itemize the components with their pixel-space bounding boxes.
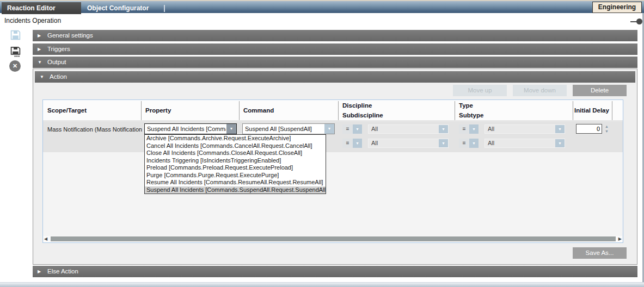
chevron-down-icon[interactable]: ▼ — [469, 139, 479, 148]
tab-reaction-editor[interactable]: Reaction Editor — [2, 2, 81, 14]
section-label: Action — [50, 71, 67, 83]
scroll-right-icon[interactable]: ▶ — [618, 237, 622, 241]
column-separator — [573, 101, 573, 120]
section-general-settings[interactable]: ▶ General settings — [33, 30, 637, 41]
subtype-combobox[interactable]: All ▼ — [484, 139, 565, 148]
column-separator — [239, 101, 240, 120]
tab-separator — [164, 5, 165, 12]
initial-delay-input[interactable] — [576, 124, 602, 134]
chevron-down-icon[interactable]: ▼ — [353, 124, 362, 134]
chevron-right-icon: ▶ — [38, 30, 41, 41]
delete-button[interactable]: Delete — [573, 85, 627, 96]
chevron-down-icon[interactable]: ▼ — [439, 139, 448, 147]
section-label: Output — [47, 57, 66, 68]
dropdown-option-selected[interactable]: Suspend All Incidents [Commands.SuspendA… — [145, 186, 326, 194]
subtype-operator-combobox[interactable]: = — [459, 139, 469, 148]
column-separator — [455, 101, 455, 120]
command-combobox[interactable]: Suspend All [SuspendAll] ▼ — [242, 123, 335, 134]
dropdown-option[interactable]: Resume All Incidents [Commands.ResumeAll… — [145, 179, 326, 186]
chevron-right-icon: ▶ — [38, 43, 41, 55]
section-triggers[interactable]: ▶ Triggers — [33, 43, 637, 55]
chevron-down-icon[interactable]: ▼ — [324, 124, 334, 134]
engineering-mode-button[interactable]: Engineering — [592, 2, 642, 13]
close-button[interactable]: ✕ — [9, 60, 21, 72]
top-tab-bar: Reaction Editor Object Configurator Engi… — [0, 0, 644, 13]
discipline-value: All — [371, 125, 438, 133]
column-separator — [141, 101, 142, 120]
discipline-operator-combobox[interactable]: = — [342, 124, 353, 134]
column-header-scope-target: Scope/Target — [47, 107, 87, 114]
section-label: General settings — [47, 30, 93, 41]
save-as-footer-button[interactable]: Save As... — [573, 247, 627, 259]
column-separator — [338, 101, 339, 120]
dropdown-option[interactable]: Purge [Commands.Purge.Request.ExecutePur… — [145, 172, 326, 179]
chevron-down-icon: ▼ — [38, 57, 42, 68]
chevron-down-icon[interactable]: ▼ — [555, 139, 565, 147]
column-header-subtype: Subtype — [459, 112, 483, 118]
section-output[interactable]: ▼ Output — [33, 57, 637, 68]
command-combobox-value: Suspend All [SuspendAll] — [245, 124, 324, 134]
chevron-down-icon[interactable]: ▼ — [439, 125, 448, 133]
type-combobox[interactable]: All ▼ — [484, 124, 565, 134]
section-label: Else Action — [47, 266, 78, 277]
chevron-down-icon: ▼ — [40, 71, 44, 83]
save-as-button[interactable] — [9, 46, 22, 59]
subdiscipline-value: All — [371, 139, 438, 147]
chevron-down-icon[interactable]: ▼ — [555, 125, 565, 133]
dropdown-option[interactable]: Incidents Triggering [IsIncidentsTrigger… — [145, 157, 326, 165]
section-else-action[interactable]: ▶ Else Action — [33, 266, 637, 277]
table-header-row: Scope/Target Property Command Discipline… — [43, 100, 623, 121]
chevron-right-icon: ▶ — [38, 266, 41, 277]
window-bottom-frame — [0, 282, 644, 287]
section-label: Triggers — [47, 43, 70, 55]
reaction-editor-window: Reaction Editor Object Configurator Engi… — [0, 0, 644, 287]
scrollbar-thumb[interactable] — [51, 236, 616, 241]
spinner-down-button[interactable]: ▼ — [603, 129, 610, 134]
dropdown-option[interactable]: Archive [Commands.Archive.Request.Execut… — [145, 135, 326, 142]
move-up-button[interactable]: Move up — [453, 85, 507, 96]
scroll-left-icon[interactable]: ◀ — [44, 237, 47, 241]
discipline-combobox[interactable]: All ▼ — [368, 124, 449, 134]
column-header-property: Property — [145, 107, 171, 114]
save-as-icon — [10, 46, 21, 58]
type-operator-combobox[interactable]: = — [459, 124, 469, 134]
save-icon — [10, 29, 21, 41]
scope-target-cell: Mass Notification (Mass Notification — [47, 126, 142, 133]
dropdown-option[interactable]: Preload [Commands.Preload.Request.Execut… — [145, 164, 326, 172]
property-combobox[interactable]: Suspend All Incidents [Commands.SuspendA… — [144, 123, 237, 134]
column-header-discipline: Discipline — [342, 102, 372, 109]
subdiscipline-combobox[interactable]: All ▼ — [368, 139, 449, 148]
tab-label: Object Configurator — [87, 4, 149, 12]
table-row: Mass Notification (Mass Notification Sus… — [43, 122, 623, 152]
dropdown-option[interactable]: Close All Incidents [Commands.CloseAll.R… — [145, 149, 326, 157]
type-value: All — [488, 125, 555, 133]
save-button[interactable] — [9, 29, 22, 42]
property-combobox-value: Suspend All Incidents [Commands.SuspendA… — [147, 124, 226, 134]
property-dropdown-list: Archive [Commands.Archive.Request.Execut… — [144, 134, 326, 194]
tab-object-configurator[interactable]: Object Configurator — [82, 2, 163, 14]
column-header-initial-delay: Initial Delay — [574, 107, 609, 114]
chevron-down-icon[interactable]: ▼ — [226, 124, 236, 134]
chevron-down-icon[interactable]: ▼ — [469, 124, 479, 134]
action-table: Scope/Target Property Command Discipline… — [42, 99, 623, 243]
close-icon: ✕ — [13, 63, 17, 69]
column-header-command: Command — [243, 107, 274, 114]
section-action[interactable]: ▼ Action — [35, 71, 635, 83]
move-down-button[interactable]: Move down — [513, 85, 567, 96]
spinner-up-button[interactable]: ▲ — [603, 124, 610, 129]
chevron-down-icon[interactable]: ▼ — [353, 139, 362, 148]
column-header-type: Type — [459, 102, 473, 109]
horizontal-scrollbar[interactable]: ◀ ▶ — [44, 236, 622, 242]
pin-icon[interactable] — [629, 17, 644, 26]
column-header-subdiscipline: Subdiscipline — [342, 112, 383, 118]
tab-label: Reaction Editor — [7, 4, 56, 12]
column-separator — [612, 101, 612, 120]
subdiscipline-operator-combobox[interactable]: = — [342, 139, 353, 148]
subtype-value: All — [488, 139, 555, 147]
page-title: Incidents Operation — [4, 17, 61, 24]
dropdown-option[interactable]: Cancel All Incidents [Commands.CancelAll… — [145, 142, 326, 150]
